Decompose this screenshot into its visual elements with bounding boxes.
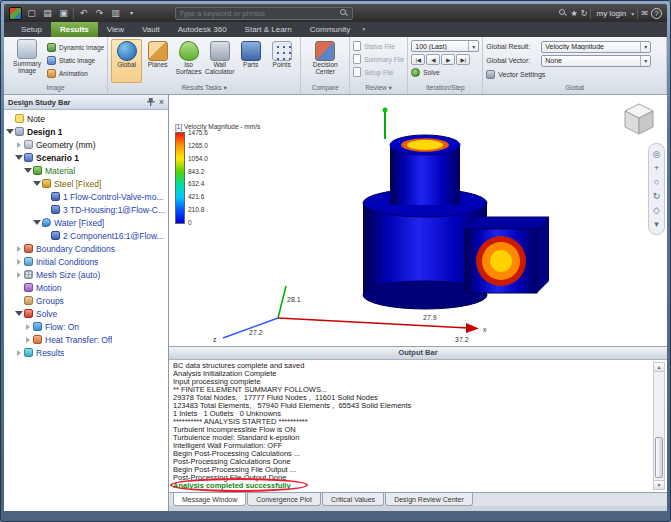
tree-item-results[interactable]: Results [4,346,168,359]
expand-arrow-icon[interactable] [15,311,23,316]
tree-item-part-1[interactable]: 1 Flow-Control-Valve-mo... [4,190,168,203]
setup-file-button[interactable]: Setup File [353,66,404,78]
pan-icon[interactable]: + [654,163,659,173]
tree-item-part-2[interactable]: 2 Component16:1@Flow... [4,229,168,242]
favorites-star-icon[interactable]: ★ [571,7,578,20]
login-label[interactable]: my login [594,9,628,18]
tree-item-water[interactable]: Water [Fixed] [4,216,168,229]
tree-item-geometry[interactable]: Geometry (mm) [4,138,168,151]
keyword-search-box[interactable] [175,7,353,20]
vector-settings-button[interactable]: Vector Settings [486,68,663,81]
tree-item-design-1[interactable]: Design 1 [4,125,168,138]
tree-item-material[interactable]: Material [4,164,168,177]
next-iteration-button[interactable]: ▶ [441,54,455,65]
tree-item-initial-conditions[interactable]: Initial Conditions [4,255,168,268]
decision-center-button[interactable]: Decision Center [304,39,346,83]
tree-item-note[interactable]: Note [4,112,168,125]
save-icon[interactable]: ▣ [57,7,70,20]
global-results-button[interactable]: Global [111,39,142,83]
output-bar-header[interactable]: Output Bar [169,347,667,360]
tree-item-mesh-size[interactable]: Mesh Size (auto) [4,268,168,281]
pin-icon[interactable] [147,98,155,106]
tree-item-scenario-1[interactable]: Scenario 1 [4,151,168,164]
scroll-up-icon[interactable]: ▲ [654,363,664,372]
last-iteration-button[interactable]: ▶| [456,54,470,65]
tree-item-flow[interactable]: Flow: On [4,320,168,333]
expand-arrow-icon[interactable] [24,337,32,343]
login-chevron-down-icon[interactable]: ▾ [631,10,634,17]
tab-results[interactable]: Results [51,22,98,37]
tab-design-review-center[interactable]: Design Review Center [385,493,473,506]
print-icon[interactable]: ▥ [109,7,122,20]
zoom-icon[interactable]: ○ [654,177,659,187]
chevron-down-icon[interactable] [468,41,478,51]
qat-customize-icon[interactable]: ▾ [125,7,138,20]
help-icon[interactable]: ? [651,8,662,19]
expand-arrow-icon[interactable] [6,129,14,134]
undo-icon[interactable]: ↶ [77,7,90,20]
expand-arrow-icon[interactable] [15,246,23,252]
keyword-search-input[interactable] [179,9,339,18]
expand-arrow-icon[interactable] [15,350,23,356]
tabs-overflow-icon[interactable]: ▾ [359,22,365,37]
static-image-button[interactable]: Static Image [47,54,104,66]
output-bar-body[interactable]: BC data structures complete and saved An… [169,360,667,492]
expand-arrow-icon[interactable] [33,181,41,186]
viewport-3d[interactable]: [1] Velocity Magnitude - mm/s 1475.6 126… [169,95,667,347]
expand-arrow-icon[interactable] [24,168,32,173]
tab-start-learn[interactable]: Start & Learn [236,22,301,37]
expand-arrow-icon[interactable] [24,324,32,330]
summary-file-button[interactable]: Summary File [353,53,404,65]
scrollbar-thumb[interactable] [655,437,663,478]
tab-community[interactable]: Community [301,22,359,37]
iso-surfaces-button[interactable]: Iso Surfaces [173,39,204,83]
new-file-icon[interactable]: ▢ [25,7,38,20]
search-icon[interactable] [339,8,349,18]
steering-wheel-icon[interactable]: ◎ [653,149,661,159]
tree-item-solve[interactable]: Solve [4,307,168,320]
iteration-select[interactable]: 100 (Last) [411,40,479,52]
look-at-icon[interactable]: ◇ [653,205,660,215]
tab-setup[interactable]: Setup [12,22,51,37]
animation-button[interactable]: Animation [47,67,104,79]
output-scrollbar[interactable]: ▲ ▼ [653,362,665,490]
expand-arrow-icon[interactable] [15,155,23,160]
group-label-results-tasks[interactable]: Results Tasks ▾ [108,83,300,94]
solve-button[interactable]: Solve [411,68,479,77]
previous-iteration-button[interactable]: ◀ [426,54,440,65]
sync-icon[interactable]: ↻ [581,7,588,20]
tree-item-boundary-conditions[interactable]: Boundary Conditions [4,242,168,255]
communication-icon[interactable]: ✉ [641,7,648,20]
scroll-down-icon[interactable]: ▼ [654,480,664,489]
titlebar-search-icon[interactable] [558,8,568,18]
app-icon[interactable] [9,7,22,20]
navbar-more-icon[interactable]: ▾ [654,219,659,229]
global-vector-select[interactable]: None [541,55,651,67]
chevron-down-icon[interactable] [640,42,650,52]
tree-item-groups[interactable]: Groups [4,294,168,307]
parts-button[interactable]: Parts [235,39,266,83]
orbit-icon[interactable]: ↻ [653,191,661,201]
tab-critical-values[interactable]: Critical Values [322,493,384,506]
close-icon[interactable]: × [159,98,164,106]
expand-arrow-icon[interactable] [33,220,41,225]
planes-button[interactable]: Planes [142,39,173,83]
tab-convergence-plot[interactable]: Convergence Plot [247,493,321,506]
expand-arrow-icon[interactable] [15,272,23,278]
group-label-review[interactable]: Review ▾ [350,83,407,94]
points-button[interactable]: Points [266,39,297,83]
wall-calculator-button[interactable]: Wall Calculator [204,39,235,83]
summary-image-button[interactable]: Summary Image [7,39,47,83]
tree-item-steel[interactable]: Steel [Fixed] [4,177,168,190]
chevron-down-icon[interactable] [640,56,650,66]
tree-item-heat-transfer[interactable]: Heat Transfer: Off [4,333,168,346]
tree-item-part-3[interactable]: 3 TD-Housing:1@Flow-C... [4,203,168,216]
view-cube[interactable] [621,101,657,137]
expand-arrow-icon[interactable] [15,259,23,265]
status-file-button[interactable]: Status File [353,40,404,52]
redo-icon[interactable]: ↷ [93,7,106,20]
tab-vault[interactable]: Vault [133,22,169,37]
tab-autodesk-360[interactable]: Autodesk 360 [169,22,236,37]
tab-view[interactable]: View [98,22,133,37]
expand-arrow-icon[interactable] [15,142,23,148]
